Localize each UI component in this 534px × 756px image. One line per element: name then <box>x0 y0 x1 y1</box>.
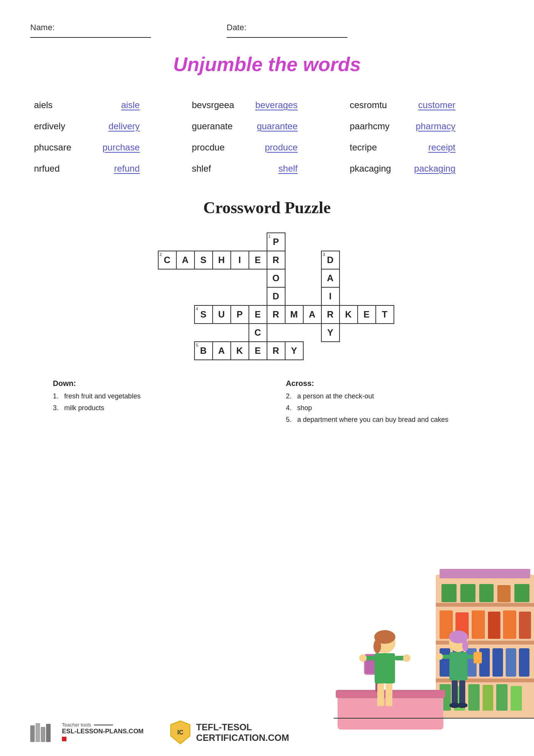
site-name-label: ESL-LESSON-PLANS.COM <box>62 728 144 735</box>
answer-word: packaging <box>410 163 455 174</box>
down-title: Down: <box>53 379 248 388</box>
clue-item: 2. a person at the check-out <box>286 392 481 401</box>
cw-cell <box>303 324 321 342</box>
cw-cell <box>231 324 249 342</box>
list-item: gueranate guarantee <box>188 116 346 137</box>
svg-rect-5 <box>460 584 475 602</box>
crossword-row: O A <box>140 269 394 287</box>
list-item: erdively delivery <box>30 116 188 137</box>
illustration <box>326 567 534 756</box>
teacher-tools-label: Teacher tools <box>62 722 91 728</box>
svg-point-56 <box>457 703 468 708</box>
clue-item: 4. shop <box>286 403 481 413</box>
footer-site-info: Teacher tools ESL-LESSON-PLANS.COM <box>62 722 144 743</box>
cw-cell <box>194 287 213 305</box>
clue-item: 1. fresh fruit and vegetables <box>53 392 248 401</box>
crossword-row: 2C A S H I E R 3D <box>140 251 394 269</box>
svg-rect-53 <box>452 680 458 705</box>
svg-rect-20 <box>506 648 516 677</box>
cw-cell: R <box>267 305 285 324</box>
unjumble-grid: aiels aisle erdively delivery phucsare p… <box>30 94 504 179</box>
crossword-row: D I <box>140 287 394 305</box>
cw-cell <box>358 251 376 269</box>
cw-cell <box>376 287 394 305</box>
cw-cell: A <box>213 342 231 360</box>
list-item: aiels aisle <box>30 94 188 116</box>
answer-word: purchase <box>94 142 140 153</box>
cw-cell: 4S <box>194 305 213 324</box>
cw-cell <box>376 342 394 360</box>
cw-cell: K <box>231 342 249 360</box>
cw-cell <box>194 269 213 287</box>
svg-rect-47 <box>449 652 468 680</box>
cw-cell: E <box>249 305 267 324</box>
down-clues: Down: 1. fresh fruit and vegetables 3. m… <box>53 379 248 427</box>
cw-cell <box>358 233 376 251</box>
cw-cell: A <box>176 251 194 269</box>
answer-word: guarantee <box>252 121 298 132</box>
list-item: procdue produce <box>188 137 346 158</box>
answer-word: customer <box>410 100 455 110</box>
svg-rect-19 <box>492 648 503 677</box>
svg-rect-52 <box>474 652 482 663</box>
cw-cell <box>303 342 321 360</box>
svg-rect-27 <box>511 686 522 711</box>
cw-cell: D <box>267 287 285 305</box>
cw-cell: I <box>321 287 340 305</box>
cw-cell <box>158 324 176 342</box>
svg-point-36 <box>373 640 381 653</box>
date-line <box>227 34 347 38</box>
cw-cell: A <box>321 269 340 287</box>
cw-cell <box>303 269 321 287</box>
svg-rect-11 <box>472 610 485 639</box>
crossword-container: 1P 2C A S H I E R <box>30 232 504 360</box>
cw-cell <box>267 324 285 342</box>
cw-cell <box>358 324 376 342</box>
jumbled-word: procdue <box>192 142 241 153</box>
svg-rect-37 <box>375 653 395 683</box>
cw-cell <box>176 324 194 342</box>
cw-cell <box>321 342 340 360</box>
list-item: paarhcmy pharmacy <box>346 116 504 137</box>
cw-cell <box>140 287 158 305</box>
tefl-text: TEFL-TESOL CERTIFICATION.COM <box>196 722 289 743</box>
date-field-group: Date: <box>227 23 347 38</box>
cw-cell <box>140 324 158 342</box>
cw-cell <box>376 324 394 342</box>
jumbled-word: shlef <box>192 163 241 174</box>
cw-cell <box>140 305 158 324</box>
jumbled-word: gueranate <box>192 121 241 132</box>
cw-cell <box>340 342 358 360</box>
cw-cell <box>213 233 231 251</box>
cw-cell: R <box>321 305 340 324</box>
crossword-row: C Y <box>140 324 394 342</box>
cw-cell: 5B <box>194 342 213 360</box>
unjumble-col-2: bevsrgeea beverages gueranate guarantee … <box>188 94 346 179</box>
svg-rect-13 <box>503 610 516 639</box>
crossword-grid: 1P 2C A S H I E R <box>140 232 394 360</box>
svg-rect-24 <box>468 684 480 711</box>
cw-cell <box>213 287 231 305</box>
list-item: phucsare purchase <box>30 137 188 158</box>
cw-cell: E <box>249 342 267 360</box>
cw-cell <box>194 233 213 251</box>
cw-cell <box>285 324 303 342</box>
cw-cell <box>303 233 321 251</box>
crossword-row: 5B A K E R Y <box>140 342 394 360</box>
cw-cell <box>176 342 194 360</box>
cw-cell <box>158 287 176 305</box>
name-label: Name: <box>30 23 151 33</box>
svg-rect-12 <box>488 612 500 639</box>
svg-point-40 <box>359 654 367 662</box>
cw-cell <box>303 251 321 269</box>
footer: Teacher tools ESL-LESSON-PLANS.COM IC TE… <box>30 720 289 745</box>
jumbled-word: cesromtu <box>350 100 399 110</box>
cw-cell <box>231 269 249 287</box>
svg-rect-8 <box>514 584 529 602</box>
cw-cell <box>340 324 358 342</box>
date-label: Date: <box>227 23 347 33</box>
cw-cell <box>140 342 158 360</box>
cw-cell <box>340 251 358 269</box>
list-item: pkacaging packaging <box>346 158 504 179</box>
answer-word: beverages <box>252 100 298 110</box>
